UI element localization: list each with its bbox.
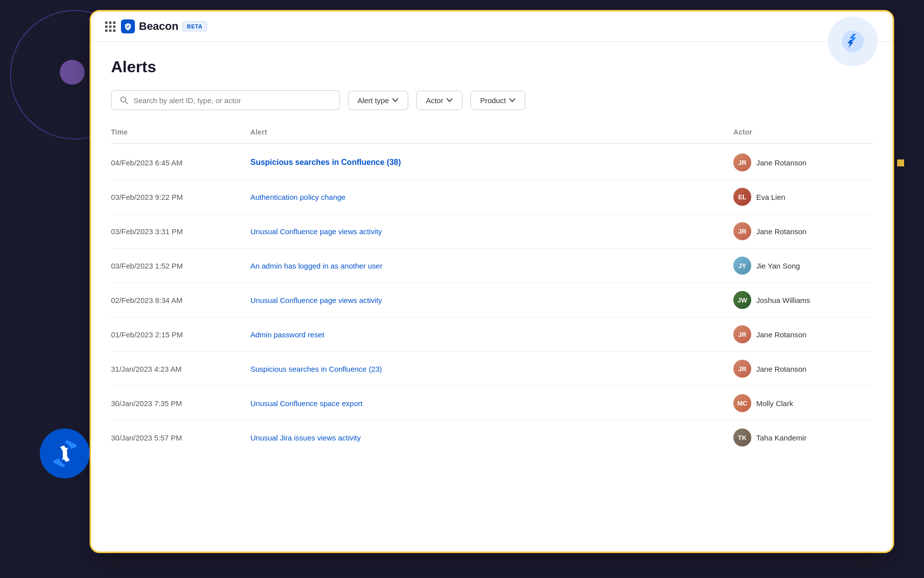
jira-icon: [839, 28, 867, 55]
actor-name-5: Jane Rotanson: [756, 330, 807, 339]
cell-actor-1: EL Eva Lien: [733, 188, 873, 206]
table-row: 31/Jan/2023 4:23 AM Suspicious searches …: [111, 352, 873, 386]
cell-time-2: 03/Feb/2023 3:31 PM: [111, 227, 250, 236]
page-content: Alerts Alert type Actor: [91, 42, 893, 470]
grid-dot: [113, 25, 116, 28]
search-icon: [119, 96, 128, 105]
actor-name-1: Eva Lien: [756, 193, 785, 201]
table-header: Time Alert Actor: [111, 128, 873, 144]
grid-dot: [113, 21, 116, 24]
grid-dot: [113, 29, 116, 32]
alert-type-label: Alert type: [357, 96, 389, 105]
cell-time-5: 01/Feb/2023 2:15 PM: [111, 330, 250, 339]
avatar-2: JR: [733, 222, 751, 240]
cell-alert-6[interactable]: Suspicious searches in Confluence (23): [250, 365, 733, 373]
cell-time-4: 02/Feb/2023 8:34 AM: [111, 296, 250, 304]
svg-point-0: [121, 97, 126, 102]
table-body: 04/Feb/2023 6:45 AM Suspicious searches …: [111, 145, 873, 454]
cell-actor-4: JW Joshua Williams: [733, 291, 873, 309]
avatar-1: EL: [733, 188, 751, 206]
grid-dot: [109, 29, 112, 32]
actor-name-8: Taha Kandemir: [756, 434, 807, 442]
actor-name-0: Jane Rotanson: [756, 158, 807, 167]
cell-time-6: 31/Jan/2023 4:23 AM: [111, 365, 250, 373]
search-input[interactable]: [133, 96, 332, 105]
cell-actor-5: JR Jane Rotanson: [733, 325, 873, 343]
cell-alert-0[interactable]: Suspicious searches in Confluence (38): [250, 158, 733, 167]
actor-name-6: Jane Rotanson: [756, 365, 807, 373]
bg-square-yellow-right: [897, 159, 904, 166]
search-wrapper: [111, 90, 340, 110]
table-row: 02/Feb/2023 8:34 AM Unusual Confluence p…: [111, 283, 873, 317]
actor-name-3: Jie Yan Song: [756, 262, 800, 270]
actor-name-4: Joshua Williams: [756, 296, 810, 304]
cell-time-1: 03/Feb/2023 9:22 PM: [111, 193, 250, 201]
alerts-table: Time Alert Actor 04/Feb/2023 6:45 AM Sus…: [111, 128, 873, 454]
table-row: 04/Feb/2023 6:45 AM Suspicious searches …: [111, 145, 873, 180]
actor-filter[interactable]: Actor: [416, 91, 462, 110]
table-row: 03/Feb/2023 9:22 PM Authentication polic…: [111, 180, 873, 214]
table-row: 03/Feb/2023 3:31 PM Unusual Confluence p…: [111, 214, 873, 249]
cell-alert-7[interactable]: Unusual Confluence space export: [250, 399, 733, 408]
main-card: Beacon BETA Alerts Alert: [90, 10, 894, 553]
page-title: Alerts: [111, 58, 873, 76]
avatar-0: JR: [733, 153, 751, 171]
cell-time-8: 30/Jan/2023 5:57 PM: [111, 434, 250, 442]
cell-actor-3: JY Jie Yan Song: [733, 257, 873, 275]
avatar-4: JW: [733, 291, 751, 309]
jira-icon-circle: [828, 16, 878, 66]
cell-alert-4[interactable]: Unusual Confluence page views activity: [250, 296, 733, 304]
cell-time-0: 04/Feb/2023 6:45 AM: [111, 158, 250, 167]
grid-dot: [105, 29, 108, 32]
beacon-logo-icon: [121, 19, 135, 33]
grid-dot: [105, 21, 108, 24]
actor-name-2: Jane Rotanson: [756, 227, 807, 236]
grid-dot: [105, 25, 108, 28]
chevron-down-icon: [392, 97, 399, 104]
column-actor: Actor: [733, 128, 873, 136]
chevron-down-icon: [446, 97, 453, 104]
grid-menu-icon[interactable]: [105, 21, 115, 31]
cell-alert-1[interactable]: Authentication policy change: [250, 193, 733, 201]
table-row: 01/Feb/2023 2:15 PM Admin password reset…: [111, 317, 873, 352]
filters-row: Alert type Actor Product: [111, 90, 873, 110]
cell-actor-6: JR Jane Rotanson: [733, 360, 873, 378]
avatar-7: MC: [733, 394, 751, 412]
column-alert: Alert: [250, 128, 733, 136]
grid-dot: [109, 25, 112, 28]
grid-dot: [109, 21, 112, 24]
chevron-down-icon: [509, 97, 516, 104]
alert-type-filter[interactable]: Alert type: [348, 91, 408, 110]
avatar-6: JR: [733, 360, 751, 378]
actor-name-7: Molly Clark: [756, 399, 793, 408]
bg-circle-filled: [60, 60, 85, 85]
brand-name: Beacon: [139, 20, 178, 33]
confluence-icon: [40, 429, 90, 478]
brand-logo: Beacon BETA: [121, 19, 207, 33]
product-filter[interactable]: Product: [470, 91, 525, 110]
cell-alert-3[interactable]: An admin has logged in as another user: [250, 262, 733, 270]
table-row: 03/Feb/2023 1:52 PM An admin has logged …: [111, 249, 873, 283]
product-label: Product: [480, 96, 506, 105]
cell-alert-2[interactable]: Unusual Confluence page views activity: [250, 227, 733, 236]
column-time: Time: [111, 128, 250, 136]
jira-icon-container: [828, 16, 878, 66]
table-row: 30/Jan/2023 7:35 PM Unusual Confluence s…: [111, 386, 873, 421]
cell-time-3: 03/Feb/2023 1:52 PM: [111, 262, 250, 270]
cell-actor-2: JR Jane Rotanson: [733, 222, 873, 240]
cell-actor-7: MC Molly Clark: [733, 394, 873, 412]
avatar-8: TK: [733, 429, 751, 446]
avatar-5: JR: [733, 325, 751, 343]
cell-alert-8[interactable]: Unusual Jira issues views activity: [250, 434, 733, 442]
table-row: 30/Jan/2023 5:57 PM Unusual Jira issues …: [111, 421, 873, 454]
cell-actor-8: TK Taha Kandemir: [733, 429, 873, 446]
app-header: Beacon BETA: [91, 11, 893, 42]
cell-time-7: 30/Jan/2023 7:35 PM: [111, 399, 250, 408]
actor-label: Actor: [426, 96, 443, 105]
avatar-3: JY: [733, 257, 751, 275]
beta-badge: BETA: [182, 21, 207, 31]
cell-alert-5[interactable]: Admin password reset: [250, 330, 733, 339]
cell-actor-0: JR Jane Rotanson: [733, 153, 873, 171]
